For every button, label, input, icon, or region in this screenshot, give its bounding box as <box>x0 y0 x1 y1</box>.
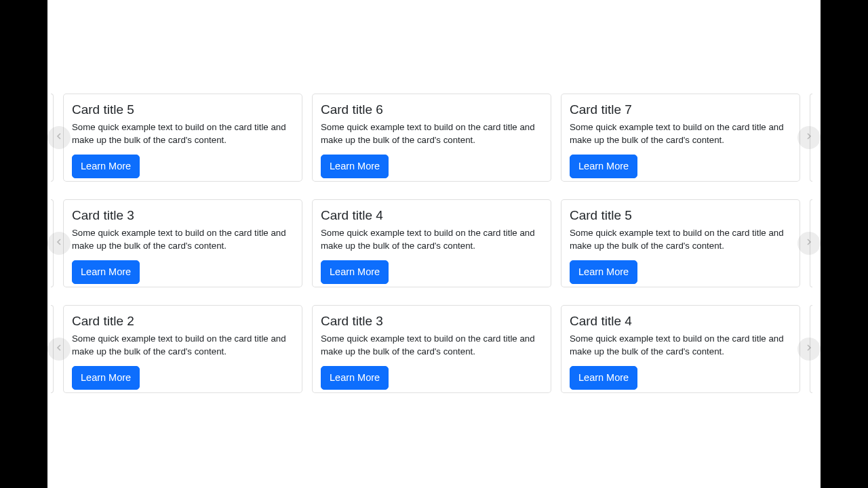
learn-more-button[interactable]: Learn More <box>570 260 637 284</box>
card: Card title 3 Some quick example text to … <box>312 305 551 393</box>
carousel-row-2: Card title 3 Some quick example text to … <box>47 199 821 287</box>
card-text: Some quick example text to build on the … <box>570 227 791 252</box>
chevron-left-icon <box>54 342 64 356</box>
carousel-prev-button[interactable] <box>47 126 71 149</box>
card-title: Card title 4 <box>321 208 542 223</box>
chevron-left-icon <box>54 237 64 250</box>
card: Card title 4 Some quick example text to … <box>561 305 800 393</box>
carousel-row-1: Card title 5 Some quick example text to … <box>47 94 821 182</box>
card: Card title 2 Some quick example text to … <box>63 305 302 393</box>
chevron-right-icon <box>804 131 814 144</box>
card-text: Some quick example text to build on the … <box>72 333 294 358</box>
learn-more-button[interactable]: Learn More <box>321 260 389 284</box>
card-text: Some quick example text to build on the … <box>321 227 542 252</box>
content-stage: Card title 5 Some quick example text to … <box>47 0 821 488</box>
card-text: Some quick example text to build on the … <box>72 227 294 252</box>
card-text: Some quick example text to build on the … <box>72 121 294 146</box>
learn-more-button[interactable]: Learn More <box>570 155 637 178</box>
card-title: Card title 2 <box>72 314 294 329</box>
learn-more-button[interactable]: Learn More <box>72 366 140 390</box>
carousel-prev-button[interactable] <box>47 232 71 255</box>
chevron-right-icon <box>804 342 814 356</box>
chevron-left-icon <box>54 131 64 144</box>
card-title: Card title 5 <box>72 102 294 117</box>
learn-more-button[interactable]: Learn More <box>570 366 637 390</box>
chevron-right-icon <box>804 237 814 250</box>
learn-more-button[interactable]: Learn More <box>72 260 140 284</box>
card-title: Card title 5 <box>570 208 791 223</box>
card-text: Some quick example text to build on the … <box>570 333 791 358</box>
card: Card title 5 Some quick example text to … <box>63 94 302 182</box>
learn-more-button[interactable]: Learn More <box>321 155 389 178</box>
card-text: Some quick example text to build on the … <box>570 121 791 146</box>
card-title: Card title 6 <box>321 102 542 117</box>
card: Card title 3 Some quick example text to … <box>63 199 302 287</box>
card: Card title 6 Some quick example text to … <box>312 94 551 182</box>
learn-more-button[interactable]: Learn More <box>72 155 140 178</box>
card-title: Card title 7 <box>570 102 791 117</box>
carousel-next-button[interactable] <box>797 338 821 361</box>
card: Card title 7 Some quick example text to … <box>561 94 800 182</box>
card-text: Some quick example text to build on the … <box>321 121 542 146</box>
card-text: Some quick example text to build on the … <box>321 333 542 358</box>
card-title: Card title 3 <box>321 314 542 329</box>
learn-more-button[interactable]: Learn More <box>321 366 389 390</box>
carousel-row-3: Card title 2 Some quick example text to … <box>47 305 821 393</box>
card-title: Card title 4 <box>570 314 791 329</box>
carousel-prev-button[interactable] <box>47 338 71 361</box>
card: Card title 5 Some quick example text to … <box>561 199 800 287</box>
card: Card title 4 Some quick example text to … <box>312 199 551 287</box>
carousel-next-button[interactable] <box>797 232 821 255</box>
card-title: Card title 3 <box>72 208 294 223</box>
carousel-next-button[interactable] <box>797 126 821 149</box>
